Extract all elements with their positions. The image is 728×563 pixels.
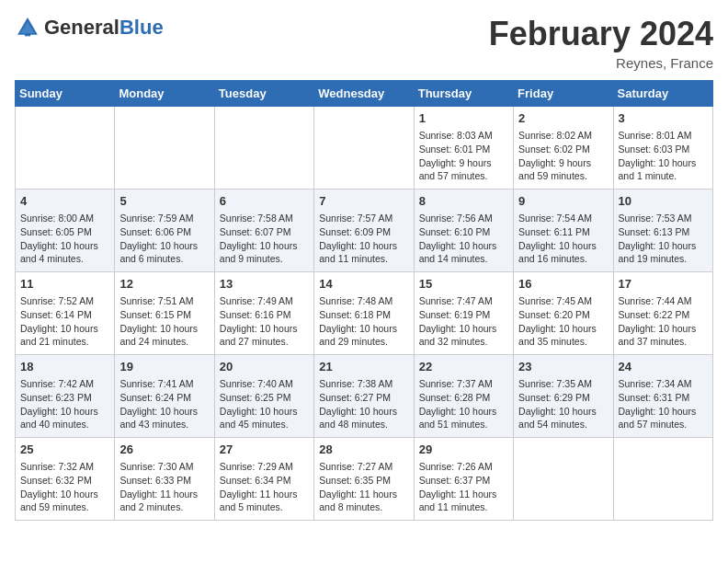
day-number: 7	[319, 193, 408, 210]
day-number: 3	[619, 110, 708, 127]
day-header-saturday: Saturday	[613, 81, 712, 107]
day-cell: 8Sunrise: 7:56 AM Sunset: 6:10 PM Daylig…	[414, 190, 513, 272]
day-cell	[115, 107, 214, 190]
logo: GeneralBlue	[15, 15, 164, 40]
day-number: 1	[419, 110, 508, 127]
day-number: 20	[220, 359, 309, 375]
week-row-3: 11Sunrise: 7:52 AM Sunset: 6:14 PM Dayli…	[16, 272, 713, 355]
day-number: 15	[419, 276, 508, 293]
day-info: Sunrise: 7:52 AM Sunset: 6:14 PM Dayligh…	[20, 294, 109, 349]
day-cell: 7Sunrise: 7:57 AM Sunset: 6:09 PM Daylig…	[314, 190, 414, 272]
day-info: Sunrise: 7:44 AM Sunset: 6:22 PM Dayligh…	[619, 294, 708, 349]
day-header-sunday: Sunday	[16, 81, 115, 107]
day-info: Sunrise: 7:58 AM Sunset: 6:07 PM Dayligh…	[220, 212, 309, 266]
day-cell: 18Sunrise: 7:42 AM Sunset: 6:23 PM Dayli…	[16, 355, 115, 438]
day-cell: 13Sunrise: 7:49 AM Sunset: 6:16 PM Dayli…	[214, 272, 313, 355]
day-cell: 22Sunrise: 7:37 AM Sunset: 6:28 PM Dayli…	[414, 355, 513, 438]
day-cell: 19Sunrise: 7:41 AM Sunset: 6:24 PM Dayli…	[115, 355, 214, 438]
day-number: 9	[518, 193, 608, 210]
day-cell: 21Sunrise: 7:38 AM Sunset: 6:27 PM Dayli…	[314, 355, 414, 438]
day-info: Sunrise: 7:54 AM Sunset: 6:11 PM Dayligh…	[518, 212, 608, 266]
day-cell	[514, 438, 613, 521]
page-header: GeneralBlue February 2024 Reynes, France	[15, 15, 713, 71]
calendar-title: February 2024	[489, 15, 713, 53]
day-number: 8	[419, 193, 508, 210]
day-number: 19	[119, 359, 209, 375]
day-cell	[314, 107, 414, 190]
week-row-4: 18Sunrise: 7:42 AM Sunset: 6:23 PM Dayli…	[16, 355, 713, 438]
calendar-table: SundayMondayTuesdayWednesdayThursdayFrid…	[15, 80, 713, 521]
day-info: Sunrise: 7:37 AM Sunset: 6:28 PM Dayligh…	[419, 377, 508, 431]
day-number: 6	[220, 193, 309, 210]
week-row-2: 4Sunrise: 8:00 AM Sunset: 6:05 PM Daylig…	[16, 190, 713, 272]
day-number: 21	[319, 359, 408, 375]
day-cell: 23Sunrise: 7:35 AM Sunset: 6:29 PM Dayli…	[514, 355, 613, 438]
day-info: Sunrise: 7:29 AM Sunset: 6:34 PM Dayligh…	[220, 460, 309, 514]
day-info: Sunrise: 8:02 AM Sunset: 6:02 PM Dayligh…	[518, 129, 608, 183]
day-header-wednesday: Wednesday	[314, 81, 414, 107]
day-info: Sunrise: 7:26 AM Sunset: 6:37 PM Dayligh…	[419, 460, 508, 514]
day-cell: 15Sunrise: 7:47 AM Sunset: 6:19 PM Dayli…	[414, 272, 513, 355]
day-number: 28	[319, 442, 408, 458]
day-cell: 20Sunrise: 7:40 AM Sunset: 6:25 PM Dayli…	[214, 355, 313, 438]
day-cell: 26Sunrise: 7:30 AM Sunset: 6:33 PM Dayli…	[115, 438, 214, 521]
day-info: Sunrise: 7:47 AM Sunset: 6:19 PM Dayligh…	[419, 294, 508, 349]
day-info: Sunrise: 7:59 AM Sunset: 6:06 PM Dayligh…	[119, 212, 209, 266]
day-number: 18	[20, 359, 109, 375]
day-header-thursday: Thursday	[414, 81, 513, 107]
day-number: 4	[20, 193, 109, 210]
day-cell: 29Sunrise: 7:26 AM Sunset: 6:37 PM Dayli…	[414, 438, 513, 521]
day-number: 26	[119, 442, 209, 458]
day-number: 2	[518, 110, 608, 127]
logo-icon	[15, 15, 40, 40]
day-cell: 9Sunrise: 7:54 AM Sunset: 6:11 PM Daylig…	[514, 190, 613, 272]
day-cell: 5Sunrise: 7:59 AM Sunset: 6:06 PM Daylig…	[115, 190, 214, 272]
day-number: 27	[220, 442, 309, 458]
day-info: Sunrise: 7:51 AM Sunset: 6:15 PM Dayligh…	[119, 294, 209, 349]
day-cell: 16Sunrise: 7:45 AM Sunset: 6:20 PM Dayli…	[514, 272, 613, 355]
day-info: Sunrise: 7:30 AM Sunset: 6:33 PM Dayligh…	[119, 460, 209, 514]
day-info: Sunrise: 7:40 AM Sunset: 6:25 PM Dayligh…	[220, 377, 309, 431]
day-info: Sunrise: 7:35 AM Sunset: 6:29 PM Dayligh…	[518, 377, 608, 431]
day-info: Sunrise: 7:41 AM Sunset: 6:24 PM Dayligh…	[119, 377, 209, 431]
day-info: Sunrise: 7:53 AM Sunset: 6:13 PM Dayligh…	[619, 212, 708, 266]
day-cell: 28Sunrise: 7:27 AM Sunset: 6:35 PM Dayli…	[314, 438, 414, 521]
day-info: Sunrise: 7:38 AM Sunset: 6:27 PM Dayligh…	[319, 377, 408, 431]
day-cell: 25Sunrise: 7:32 AM Sunset: 6:32 PM Dayli…	[16, 438, 115, 521]
day-cell	[214, 107, 313, 190]
svg-rect-2	[25, 33, 30, 36]
day-number: 10	[619, 193, 708, 210]
day-info: Sunrise: 8:00 AM Sunset: 6:05 PM Dayligh…	[20, 212, 109, 266]
day-info: Sunrise: 8:01 AM Sunset: 6:03 PM Dayligh…	[619, 129, 708, 183]
day-info: Sunrise: 7:34 AM Sunset: 6:31 PM Dayligh…	[619, 377, 708, 431]
day-number: 22	[419, 359, 508, 375]
day-info: Sunrise: 7:32 AM Sunset: 6:32 PM Dayligh…	[20, 460, 109, 514]
title-area: February 2024 Reynes, France	[489, 15, 713, 71]
day-cell: 6Sunrise: 7:58 AM Sunset: 6:07 PM Daylig…	[214, 190, 313, 272]
calendar-subtitle: Reynes, France	[489, 55, 713, 71]
week-row-5: 25Sunrise: 7:32 AM Sunset: 6:32 PM Dayli…	[16, 438, 713, 521]
day-number: 11	[20, 276, 109, 293]
day-info: Sunrise: 7:48 AM Sunset: 6:18 PM Dayligh…	[319, 294, 408, 349]
day-cell: 10Sunrise: 7:53 AM Sunset: 6:13 PM Dayli…	[613, 190, 712, 272]
day-cell: 3Sunrise: 8:01 AM Sunset: 6:03 PM Daylig…	[613, 107, 712, 190]
day-cell: 4Sunrise: 8:00 AM Sunset: 6:05 PM Daylig…	[16, 190, 115, 272]
day-info: Sunrise: 7:42 AM Sunset: 6:23 PM Dayligh…	[20, 377, 109, 431]
day-number: 13	[220, 276, 309, 293]
day-cell: 1Sunrise: 8:03 AM Sunset: 6:01 PM Daylig…	[414, 107, 513, 190]
day-info: Sunrise: 8:03 AM Sunset: 6:01 PM Dayligh…	[419, 129, 508, 183]
logo-text: GeneralBlue	[44, 17, 164, 38]
day-number: 24	[619, 359, 708, 375]
day-header-monday: Monday	[115, 81, 214, 107]
day-cell: 24Sunrise: 7:34 AM Sunset: 6:31 PM Dayli…	[613, 355, 712, 438]
day-header-tuesday: Tuesday	[214, 81, 313, 107]
day-number: 17	[619, 276, 708, 293]
day-number: 5	[119, 193, 209, 210]
day-number: 23	[518, 359, 608, 375]
week-row-1: 1Sunrise: 8:03 AM Sunset: 6:01 PM Daylig…	[16, 107, 713, 190]
day-header-friday: Friday	[514, 81, 613, 107]
day-number: 25	[20, 442, 109, 458]
day-info: Sunrise: 7:49 AM Sunset: 6:16 PM Dayligh…	[220, 294, 309, 349]
day-info: Sunrise: 7:56 AM Sunset: 6:10 PM Dayligh…	[419, 212, 508, 266]
day-cell: 2Sunrise: 8:02 AM Sunset: 6:02 PM Daylig…	[514, 107, 613, 190]
